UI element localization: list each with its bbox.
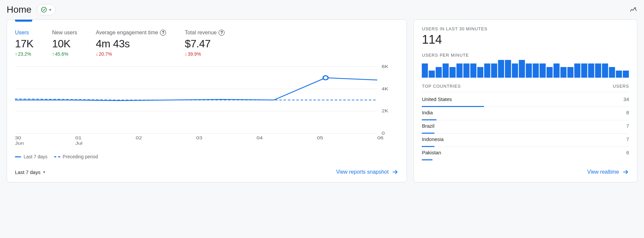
view-reports-snapshot-link[interactable]: View reports snapshot (336, 169, 399, 175)
svg-rect-26 (470, 63, 476, 78)
svg-rect-30 (498, 60, 504, 78)
country-row[interactable]: India8 (422, 107, 629, 120)
chart-legend: Last 7 days Preceding period (15, 154, 399, 159)
metric-average-engagement-time[interactable]: Average engagement time?4m 43s↓ 20.7% (96, 30, 166, 57)
svg-rect-23 (450, 67, 456, 78)
svg-text:05: 05 (317, 135, 323, 140)
help-icon[interactable]: ? (219, 30, 225, 36)
svg-rect-41 (574, 63, 580, 78)
country-row[interactable]: United States34 (422, 94, 629, 107)
metric-label: Total revenue? (185, 30, 225, 36)
value-users-30min: 114 (422, 33, 629, 47)
svg-text:4K: 4K (382, 86, 388, 91)
legend-label-preceding: Preceding period (63, 154, 98, 159)
svg-rect-35 (533, 63, 539, 78)
metric-label: Users (15, 30, 33, 36)
metric-change: ↓ 20.7% (96, 51, 166, 57)
users-per-minute-chart (422, 59, 629, 78)
metric-total-revenue[interactable]: Total revenue?$7.47↓ 39.9% (185, 30, 225, 57)
svg-text:Jul: Jul (76, 141, 82, 146)
legend-item-current: Last 7 days (15, 154, 48, 159)
svg-rect-34 (526, 63, 532, 78)
svg-rect-40 (567, 67, 573, 78)
metric-change: ↓ 39.9% (185, 51, 225, 57)
arrow-up-icon: ↑ (15, 51, 17, 57)
status-chip[interactable]: ▼ (37, 4, 56, 15)
realtime-card: USERS IN LAST 30 MINUTES 114 USERS PER M… (413, 19, 637, 182)
metrics-row: Users17K↑ 23.2%New users10K↑ 45.6%Averag… (15, 30, 399, 57)
svg-point-18 (323, 76, 328, 80)
svg-text:30: 30 (15, 135, 21, 140)
svg-rect-38 (554, 63, 560, 78)
metric-label: Average engagement time? (96, 30, 166, 36)
svg-rect-43 (588, 63, 594, 78)
label-users-per-minute: USERS PER MINUTE (422, 53, 629, 58)
svg-rect-22 (443, 63, 449, 78)
svg-text:04: 04 (256, 135, 263, 140)
date-range-label: Last 7 days (15, 169, 41, 175)
insights-icon[interactable] (629, 6, 637, 14)
metric-value: 10K (52, 38, 77, 50)
svg-text:01: 01 (76, 135, 82, 140)
metric-value: 17K (15, 38, 33, 50)
arrow-down-icon: ↓ (96, 51, 98, 57)
country-name: India (422, 110, 433, 115)
svg-rect-36 (540, 63, 546, 78)
legend-label-current: Last 7 days (24, 154, 48, 159)
countries-table-head: TOP COUNTRIES USERS (422, 84, 629, 92)
legend-item-preceding: Preceding period (54, 154, 98, 159)
col-users: USERS (613, 84, 629, 89)
svg-text:6K: 6K (382, 64, 388, 69)
metric-new-users[interactable]: New users10K↑ 45.6% (52, 30, 77, 57)
svg-rect-48 (623, 71, 629, 78)
link-label: View realtime (587, 169, 619, 175)
users-line-chart: 02K4K6K30Jun01Jul0203040506 (15, 63, 399, 150)
legend-swatch-solid (15, 156, 21, 157)
page-header: Home ▼ (0, 0, 644, 19)
svg-rect-44 (595, 63, 601, 78)
svg-text:06: 06 (377, 135, 384, 140)
country-value: 7 (626, 136, 629, 142)
svg-point-0 (41, 7, 46, 12)
svg-rect-25 (463, 63, 469, 78)
svg-rect-31 (505, 60, 511, 78)
metric-change: ↑ 45.6% (52, 51, 77, 57)
legend-swatch-dash (54, 156, 60, 157)
arrow-right-icon (622, 169, 629, 175)
svg-rect-27 (477, 67, 483, 78)
country-name: Brazil (422, 123, 434, 129)
country-row[interactable]: Pakistan6 (422, 147, 629, 160)
country-value: 7 (626, 123, 629, 129)
svg-rect-28 (484, 63, 490, 78)
metric-value: $7.47 (185, 38, 225, 50)
check-circle-icon (41, 6, 47, 13)
label-users-30min: USERS IN LAST 30 MINUTES (422, 26, 629, 31)
col-countries: TOP COUNTRIES (422, 84, 461, 89)
metric-value: 4m 43s (96, 38, 166, 50)
svg-rect-21 (436, 67, 442, 78)
arrow-right-icon (392, 169, 399, 175)
country-row[interactable]: Brazil7 (422, 120, 629, 134)
svg-rect-37 (547, 67, 553, 78)
chevron-down-icon: ▼ (49, 8, 52, 12)
arrow-up-icon: ↑ (52, 51, 54, 57)
svg-text:03: 03 (196, 135, 203, 140)
svg-rect-47 (616, 71, 622, 78)
date-range-select[interactable]: Last 7 days ▼ (15, 169, 46, 175)
country-value: 6 (626, 150, 629, 155)
svg-text:Jun: Jun (15, 141, 24, 146)
active-tab-indicator (15, 20, 32, 22)
country-name: Pakistan (422, 150, 441, 155)
view-realtime-link[interactable]: View realtime (587, 169, 629, 175)
metric-users[interactable]: Users17K↑ 23.2% (15, 30, 33, 57)
svg-rect-39 (561, 67, 566, 78)
svg-rect-32 (512, 63, 518, 78)
help-icon[interactable]: ? (160, 30, 166, 36)
country-row[interactable]: Indonesia7 (422, 134, 629, 147)
link-label: View reports snapshot (336, 169, 389, 175)
arrow-down-icon: ↓ (185, 51, 187, 57)
svg-rect-19 (422, 63, 428, 78)
metric-change: ↑ 23.2% (15, 51, 33, 57)
overview-card: Users17K↑ 23.2%New users10K↑ 45.6%Averag… (7, 19, 407, 182)
country-bar (422, 159, 432, 160)
